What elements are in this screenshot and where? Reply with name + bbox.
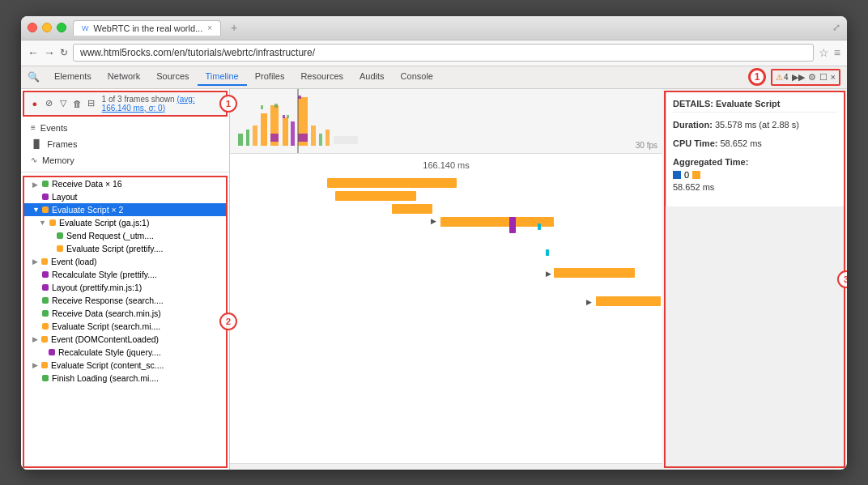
minimize-button[interactable] (42, 23, 52, 32)
item-color-dot (42, 375, 49, 381)
svg-rect-0 (238, 134, 243, 146)
tab-title: WebRTC in the real world... (94, 23, 203, 33)
timeline-scrollbar[interactable] (230, 463, 662, 470)
address-bar: ← → ↻ ☆ ≡ (21, 40, 847, 66)
play-icon: ▶ (586, 298, 592, 306)
list-item[interactable]: Evaluate Script (prettify.... (24, 242, 226, 255)
gantt-bar (335, 191, 416, 201)
tab-close-button[interactable]: × (207, 23, 212, 32)
svg-rect-3 (261, 113, 267, 146)
item-color-dot (42, 271, 49, 278)
play-icon: ▶ (431, 217, 436, 225)
detail-aggregated: Aggregated Time: 0 58.652 ms (673, 156, 837, 194)
clear-button[interactable]: ⊘ (44, 96, 55, 111)
list-item[interactable]: Layout (24, 190, 226, 203)
record-button[interactable]: ● (29, 96, 40, 111)
gantt-bar (538, 223, 541, 230)
svg-rect-12 (326, 130, 330, 146)
tab-network[interactable]: Network (100, 68, 148, 86)
list-item[interactable]: Send Request (_utm.... (24, 229, 226, 242)
item-color-dot (42, 206, 49, 213)
list-item[interactable]: Finish Loading (search.mi.... (24, 372, 226, 385)
details-panel: DETAILS: Evaluate Script Duration: 35.57… (666, 92, 844, 207)
tab-elements[interactable]: Elements (46, 68, 100, 86)
url-input[interactable] (73, 44, 814, 62)
svg-rect-28 (283, 115, 285, 118)
sidebar-item-frames[interactable]: ▐▌ Frames (21, 136, 229, 152)
list-item[interactable]: Receive Response (search.... (24, 294, 226, 307)
tab-console[interactable]: Console (393, 68, 441, 86)
menu-icon[interactable]: ≡ (834, 46, 840, 59)
svg-rect-7 (291, 121, 295, 146)
tab-audits[interactable]: Audits (351, 68, 393, 86)
list-item[interactable]: ▶ Event (load) (24, 255, 226, 268)
svg-rect-24 (261, 105, 263, 109)
item-color-dot (42, 297, 49, 304)
item-color-dot (42, 323, 49, 330)
list-item[interactable]: ▼ Evaluate Script (ga.js:1) (24, 216, 226, 229)
list-item[interactable]: Layout (prettify.min.js:1) (24, 281, 226, 294)
back-button[interactable]: ← (28, 46, 39, 59)
bookmark-icon[interactable]: ☆ (819, 46, 829, 59)
tab-sources[interactable]: Sources (148, 68, 197, 86)
settings-icon[interactable]: ⚙ (808, 72, 816, 83)
frames-icon: ▐▌ (31, 139, 42, 148)
list-item[interactable]: Receive Data (search.min.js) (24, 307, 226, 320)
gantt-bar (596, 296, 661, 306)
flamechart-main[interactable]: 166.140 ms ▶ (230, 154, 662, 463)
close-button[interactable] (28, 23, 37, 32)
time-label: 166.140 ms (423, 160, 469, 170)
annotation-3: 3 (837, 270, 847, 288)
dock-icon[interactable]: ☐ (819, 72, 828, 83)
svg-rect-11 (319, 134, 322, 146)
close-devtools-button[interactable]: × (831, 72, 836, 82)
list-item[interactable]: ▼ Evaluate Script × 2 (24, 203, 226, 216)
svg-rect-19 (436, 130, 446, 138)
forward-button[interactable]: → (44, 46, 55, 59)
svg-rect-16 (385, 130, 402, 138)
list-item[interactable]: Evaluate Script (search.mi.... (24, 320, 226, 333)
item-color-dot (41, 336, 48, 342)
detail-cpu: CPU Time: 58.652 ms (673, 138, 837, 150)
annotation-1-toolbar: 1 (219, 95, 237, 113)
list-item[interactable]: Recalculate Style (jquery.... (24, 346, 226, 359)
sidebar: ● ⊘ ▽ 🗑 ⊟ 1 of 3 frames shown (avg: 166.… (21, 89, 230, 470)
svg-rect-26 (287, 115, 289, 118)
list-item[interactable]: ▶ Receive Data × 16 (24, 177, 226, 190)
item-color-dot (49, 349, 55, 355)
list-item[interactable]: ▶ Evaluate Script (content_sc.... (24, 359, 226, 372)
svg-rect-23 (475, 134, 480, 138)
devtools-top-right-toolbar: ⚠4 ▶▶ ⚙ ☐ × (771, 69, 840, 86)
browser-tab[interactable]: W WebRTC in the real world... × (73, 20, 221, 36)
agg-row: 0 (673, 169, 837, 181)
main-content: ● ⊘ ▽ 🗑 ⊟ 1 of 3 frames shown (avg: 166.… (21, 89, 847, 470)
filter-button[interactable]: ▽ (57, 96, 69, 111)
annotation-1: 1 (748, 68, 766, 86)
item-color-dot (57, 245, 63, 252)
sidebar-item-memory[interactable]: ∿ Memory (21, 152, 229, 168)
expand-arrow: ▼ (39, 219, 46, 227)
new-tab-button[interactable]: + (224, 19, 244, 36)
expand-arrow: ▶ (32, 361, 38, 369)
gantt-bar (546, 249, 549, 256)
tab-profiles[interactable]: Profiles (247, 68, 293, 86)
maximize-button[interactable] (57, 23, 66, 32)
devtools-search-icon[interactable]: 🔍 (28, 71, 40, 83)
flamechart-overview[interactable]: 30 fps (230, 89, 662, 154)
expand-icon[interactable]: ▶▶ (792, 72, 805, 83)
expand-arrow: ▶ (32, 335, 38, 343)
tab-timeline[interactable]: Timeline (198, 68, 247, 86)
details-title: DETAILS: Evaluate Script (673, 99, 837, 113)
details-panel-wrapper: DETAILS: Evaluate Script Duration: 35.57… (664, 91, 845, 468)
refresh-button[interactable]: ↻ (60, 47, 68, 58)
play-icon: ▶ (546, 270, 551, 278)
list-item[interactable]: ▶ Event (DOMContentLoaded) (24, 333, 226, 346)
tab-resources[interactable]: Resources (292, 68, 351, 86)
traffic-lights (28, 23, 66, 32)
delete-button[interactable]: 🗑 (72, 96, 83, 111)
item-color-dot (42, 310, 49, 317)
more-button[interactable]: ⊟ (86, 96, 97, 111)
list-item[interactable]: Recalculate Style (prettify.... (24, 268, 226, 281)
gantt-bar (509, 217, 516, 233)
sidebar-item-events[interactable]: ≡ Events (21, 120, 229, 136)
